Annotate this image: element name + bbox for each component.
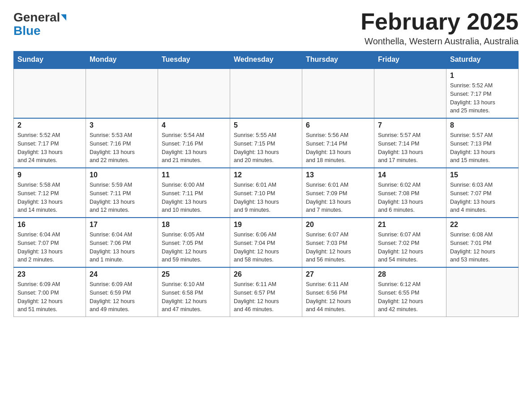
title-block: February 2025 Wonthella, Western Austral… xyxy=(360,9,519,47)
day-number: 25 xyxy=(162,270,226,278)
day-info: Sunrise: 6:07 AM Sunset: 7:02 PM Dayligh… xyxy=(378,231,442,264)
week-row-2: 2Sunrise: 5:52 AM Sunset: 7:17 PM Daylig… xyxy=(14,118,519,168)
calendar-cell xyxy=(86,68,158,118)
day-info: Sunrise: 5:52 AM Sunset: 7:17 PM Dayligh… xyxy=(17,131,82,165)
calendar-cell: 4Sunrise: 5:54 AM Sunset: 7:16 PM Daylig… xyxy=(158,118,230,168)
day-number: 18 xyxy=(162,221,226,229)
calendar-cell xyxy=(302,68,374,118)
calendar-cell: 19Sunrise: 6:06 AM Sunset: 7:04 PM Dayli… xyxy=(230,218,302,267)
calendar-cell: 18Sunrise: 6:05 AM Sunset: 7:05 PM Dayli… xyxy=(158,218,230,267)
calendar-cell: 25Sunrise: 6:10 AM Sunset: 6:58 PM Dayli… xyxy=(158,267,230,317)
day-number: 28 xyxy=(378,270,442,278)
day-number: 9 xyxy=(17,171,82,179)
day-info: Sunrise: 6:06 AM Sunset: 7:04 PM Dayligh… xyxy=(234,231,298,264)
calendar-cell: 15Sunrise: 6:03 AM Sunset: 7:07 PM Dayli… xyxy=(446,168,519,218)
day-info: Sunrise: 6:00 AM Sunset: 7:11 PM Dayligh… xyxy=(162,181,226,214)
calendar-cell: 10Sunrise: 5:59 AM Sunset: 7:11 PM Dayli… xyxy=(86,168,158,218)
day-info: Sunrise: 6:03 AM Sunset: 7:07 PM Dayligh… xyxy=(450,181,515,214)
day-number: 26 xyxy=(234,270,298,278)
day-number: 4 xyxy=(162,121,226,129)
day-number: 22 xyxy=(450,221,515,229)
day-info: Sunrise: 5:57 AM Sunset: 7:14 PM Dayligh… xyxy=(378,131,442,165)
calendar-cell: 21Sunrise: 6:07 AM Sunset: 7:02 PM Dayli… xyxy=(374,218,446,267)
day-number: 3 xyxy=(90,121,154,129)
calendar-cell xyxy=(14,68,86,118)
calendar-table: SundayMondayTuesdayWednesdayThursdayFrid… xyxy=(13,51,519,317)
day-info: Sunrise: 5:57 AM Sunset: 7:13 PM Dayligh… xyxy=(450,131,515,165)
calendar-cell xyxy=(374,68,446,118)
calendar-cell: 28Sunrise: 6:12 AM Sunset: 6:55 PM Dayli… xyxy=(374,267,446,317)
day-info: Sunrise: 6:07 AM Sunset: 7:03 PM Dayligh… xyxy=(306,231,370,264)
calendar-cell: 8Sunrise: 5:57 AM Sunset: 7:13 PM Daylig… xyxy=(446,118,519,168)
day-info: Sunrise: 6:01 AM Sunset: 7:09 PM Dayligh… xyxy=(306,181,370,214)
day-info: Sunrise: 6:09 AM Sunset: 7:00 PM Dayligh… xyxy=(17,280,82,314)
calendar-cell: 24Sunrise: 6:09 AM Sunset: 6:59 PM Dayli… xyxy=(86,267,158,317)
day-number: 20 xyxy=(306,221,370,229)
calendar-cell: 17Sunrise: 6:04 AM Sunset: 7:06 PM Dayli… xyxy=(86,218,158,267)
calendar-cell: 5Sunrise: 5:55 AM Sunset: 7:15 PM Daylig… xyxy=(230,118,302,168)
day-number: 6 xyxy=(306,121,370,129)
calendar-cell: 1Sunrise: 5:52 AM Sunset: 7:17 PM Daylig… xyxy=(446,68,519,118)
day-info: Sunrise: 6:11 AM Sunset: 6:56 PM Dayligh… xyxy=(306,280,370,314)
day-number: 21 xyxy=(378,221,442,229)
day-info: Sunrise: 6:02 AM Sunset: 7:08 PM Dayligh… xyxy=(378,181,442,214)
month-title: February 2025 xyxy=(360,9,519,34)
day-number: 11 xyxy=(162,171,226,179)
day-number: 13 xyxy=(306,171,370,179)
day-info: Sunrise: 6:11 AM Sunset: 6:57 PM Dayligh… xyxy=(234,280,298,314)
day-info: Sunrise: 6:05 AM Sunset: 7:05 PM Dayligh… xyxy=(162,231,226,264)
day-info: Sunrise: 6:12 AM Sunset: 6:55 PM Dayligh… xyxy=(378,280,442,314)
day-number: 7 xyxy=(378,121,442,129)
day-info: Sunrise: 6:08 AM Sunset: 7:01 PM Dayligh… xyxy=(450,231,515,264)
day-number: 5 xyxy=(234,121,298,129)
calendar-cell: 6Sunrise: 5:56 AM Sunset: 7:14 PM Daylig… xyxy=(302,118,374,168)
week-row-5: 23Sunrise: 6:09 AM Sunset: 7:00 PM Dayli… xyxy=(14,267,519,317)
calendar-cell: 13Sunrise: 6:01 AM Sunset: 7:09 PM Dayli… xyxy=(302,168,374,218)
logo-text-general: General xyxy=(13,11,60,24)
calendar-cell: 12Sunrise: 6:01 AM Sunset: 7:10 PM Dayli… xyxy=(230,168,302,218)
calendar-cell: 16Sunrise: 6:04 AM Sunset: 7:07 PM Dayli… xyxy=(14,218,86,267)
day-info: Sunrise: 5:55 AM Sunset: 7:15 PM Dayligh… xyxy=(234,131,298,165)
weekday-header-row: SundayMondayTuesdayWednesdayThursdayFrid… xyxy=(14,51,519,68)
day-info: Sunrise: 6:04 AM Sunset: 7:06 PM Dayligh… xyxy=(90,231,154,264)
weekday-header-wednesday: Wednesday xyxy=(230,51,302,68)
day-info: Sunrise: 5:53 AM Sunset: 7:16 PM Dayligh… xyxy=(90,131,154,165)
day-number: 24 xyxy=(90,270,154,278)
week-row-1: 1Sunrise: 5:52 AM Sunset: 7:17 PM Daylig… xyxy=(14,68,519,118)
calendar-cell xyxy=(446,267,519,317)
calendar-cell: 14Sunrise: 6:02 AM Sunset: 7:08 PM Dayli… xyxy=(374,168,446,218)
calendar-cell: 3Sunrise: 5:53 AM Sunset: 7:16 PM Daylig… xyxy=(86,118,158,168)
calendar-cell: 2Sunrise: 5:52 AM Sunset: 7:17 PM Daylig… xyxy=(14,118,86,168)
logo-arrow-icon xyxy=(61,14,66,21)
day-number: 8 xyxy=(450,121,515,129)
weekday-header-saturday: Saturday xyxy=(446,51,519,68)
weekday-header-monday: Monday xyxy=(86,51,158,68)
day-number: 23 xyxy=(17,270,82,278)
calendar-cell: 11Sunrise: 6:00 AM Sunset: 7:11 PM Dayli… xyxy=(158,168,230,218)
weekday-header-thursday: Thursday xyxy=(302,51,374,68)
day-number: 15 xyxy=(450,171,515,179)
logo-text-blue: Blue xyxy=(13,24,41,38)
day-info: Sunrise: 5:56 AM Sunset: 7:14 PM Dayligh… xyxy=(306,131,370,165)
day-number: 17 xyxy=(90,221,154,229)
day-number: 12 xyxy=(234,171,298,179)
day-info: Sunrise: 6:09 AM Sunset: 6:59 PM Dayligh… xyxy=(90,280,154,314)
calendar-cell: 20Sunrise: 6:07 AM Sunset: 7:03 PM Dayli… xyxy=(302,218,374,267)
day-info: Sunrise: 5:58 AM Sunset: 7:12 PM Dayligh… xyxy=(17,181,82,214)
calendar-cell: 22Sunrise: 6:08 AM Sunset: 7:01 PM Dayli… xyxy=(446,218,519,267)
logo: General Blue xyxy=(13,9,66,38)
day-number: 1 xyxy=(450,72,515,80)
calendar-cell xyxy=(158,68,230,118)
day-number: 14 xyxy=(378,171,442,179)
weekday-header-friday: Friday xyxy=(374,51,446,68)
day-info: Sunrise: 5:52 AM Sunset: 7:17 PM Dayligh… xyxy=(450,81,515,115)
week-row-3: 9Sunrise: 5:58 AM Sunset: 7:12 PM Daylig… xyxy=(14,168,519,218)
calendar-cell: 27Sunrise: 6:11 AM Sunset: 6:56 PM Dayli… xyxy=(302,267,374,317)
day-info: Sunrise: 5:54 AM Sunset: 7:16 PM Dayligh… xyxy=(162,131,226,165)
calendar-cell xyxy=(230,68,302,118)
day-number: 19 xyxy=(234,221,298,229)
day-number: 27 xyxy=(306,270,370,278)
day-number: 2 xyxy=(17,121,82,129)
weekday-header-tuesday: Tuesday xyxy=(158,51,230,68)
day-number: 16 xyxy=(17,221,82,229)
